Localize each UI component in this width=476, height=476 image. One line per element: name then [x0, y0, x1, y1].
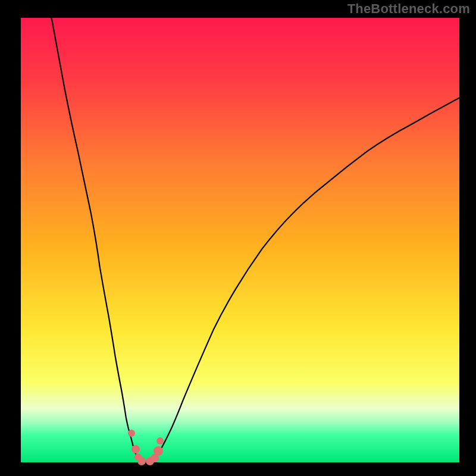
chart-frame: TheBottleneck.com [0, 0, 476, 476]
bottleneck-curve [21, 18, 459, 462]
marker-p1 [128, 430, 135, 437]
watermark-text: TheBottleneck.com [347, 1, 470, 17]
marker-p8 [156, 437, 164, 444]
marker-p4 [137, 457, 146, 465]
marker-p7 [154, 446, 163, 456]
marker-p2 [131, 445, 140, 453]
curve-path [52, 18, 459, 462]
plot-area [21, 18, 459, 462]
